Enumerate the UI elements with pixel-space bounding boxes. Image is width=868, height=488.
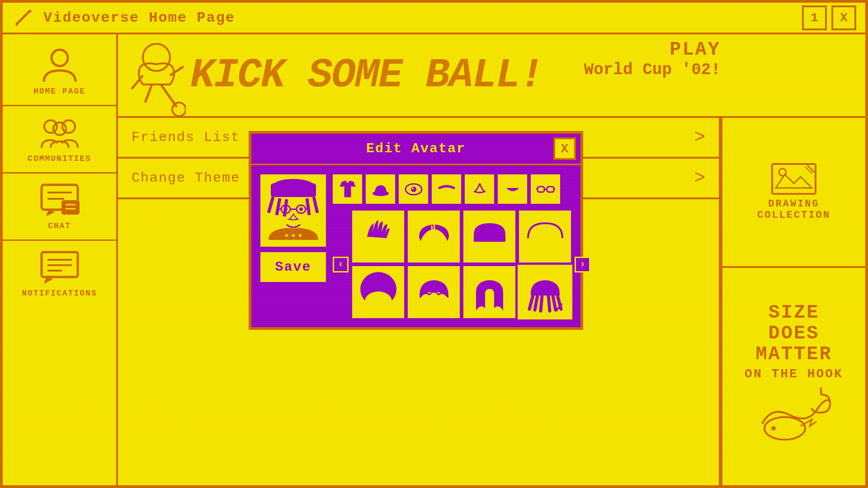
sidebar-item-home-page[interactable]: HOME PAGE (10, 43, 109, 100)
svg-point-50 (299, 239, 302, 242)
category-shirt[interactable] (333, 174, 362, 204)
drawing-icon (771, 163, 816, 195)
avatar-preview (260, 174, 326, 247)
svg-point-45 (285, 234, 288, 237)
size-title: SIZE DOES MATTER (755, 302, 832, 365)
svg-point-3 (52, 50, 68, 66)
hair-item-1[interactable] (352, 211, 404, 263)
close-button[interactable]: X (831, 5, 856, 30)
svg-point-49 (292, 239, 295, 242)
modal-close-button[interactable]: X (553, 137, 576, 160)
svg-rect-63 (474, 238, 505, 242)
size-subtitle: ON THE HOOK (745, 367, 843, 381)
notifications-label: NOTIFICATIONS (22, 289, 97, 298)
svg-rect-32 (271, 183, 316, 197)
category-mouth[interactable] (498, 174, 527, 204)
svg-point-44 (299, 207, 303, 211)
svg-point-43 (284, 207, 288, 211)
top-bar: Videoverse Home Page 1 X (3, 3, 865, 34)
svg-point-6 (53, 122, 66, 135)
home-icon (39, 48, 80, 84)
category-eyebrow[interactable] (432, 174, 461, 204)
svg-line-25 (807, 165, 814, 172)
communities-icon (39, 115, 80, 151)
hair-item-3[interactable] (463, 211, 515, 263)
svg-line-58 (536, 188, 538, 189)
category-eye[interactable] (399, 174, 428, 204)
pencil-icon (12, 6, 34, 29)
category-glasses[interactable] (531, 174, 560, 204)
banner-right: PLAY World Cup '02! (584, 39, 721, 79)
nav-divider-3 (3, 239, 116, 241)
svg-point-54 (412, 188, 414, 189)
svg-rect-56 (547, 187, 554, 192)
svg-line-37 (307, 198, 309, 215)
svg-point-24 (779, 169, 786, 176)
notifications-icon (39, 250, 80, 286)
sidebar-item-chat[interactable]: CHAT (10, 178, 109, 235)
size-image (753, 388, 835, 451)
drawing-collection-label: DRAWING COLLECTION (757, 198, 830, 221)
banner: KICK SOME BALL! PLAY World Cup '02! (118, 34, 865, 118)
hair-item-8[interactable] (519, 266, 571, 318)
svg-line-73 (541, 296, 542, 311)
modal-body: Save (251, 165, 580, 327)
svg-line-42 (306, 208, 309, 209)
svg-point-28 (771, 426, 776, 431)
friends-list-arrow: > (694, 127, 705, 148)
sidebar-item-notifications[interactable]: NOTIFICATIONS (10, 245, 109, 302)
modal-right: ‹ (333, 174, 590, 318)
svg-line-0 (16, 11, 30, 24)
svg-point-48 (285, 239, 288, 242)
banner-title: KICK SOME BALL! (118, 52, 543, 99)
hair-item-2[interactable] (408, 211, 460, 263)
svg-point-47 (299, 234, 302, 237)
svg-line-41 (278, 208, 281, 209)
svg-line-76 (548, 296, 550, 311)
category-nose[interactable] (465, 174, 494, 204)
svg-point-53 (411, 187, 416, 192)
minimize-button[interactable]: 1 (802, 5, 827, 30)
category-hat[interactable] (366, 174, 395, 204)
chat-icon (39, 183, 80, 219)
hair-item-4[interactable] (519, 211, 571, 263)
hair-grid (352, 211, 571, 318)
svg-point-22 (172, 103, 186, 116)
category-icons (333, 174, 590, 204)
sidebar-item-communities[interactable]: COMMUNITIES (10, 111, 109, 168)
svg-line-59 (554, 188, 555, 189)
hair-item-5[interactable] (352, 266, 404, 318)
drawing-collection[interactable]: DRAWING COLLECTION (722, 118, 865, 268)
chat-label: CHAT (48, 221, 71, 230)
nav-divider-2 (3, 172, 116, 174)
svg-point-4 (44, 120, 57, 133)
hair-next-arrow[interactable]: › (575, 257, 590, 272)
svg-line-71 (529, 296, 533, 309)
page-title: Videoverse Home Page (43, 9, 802, 26)
svg-line-26 (805, 167, 812, 174)
modal-title: Edit Avatar (366, 141, 466, 156)
hair-item-7[interactable] (463, 266, 515, 318)
avatar-svg (264, 177, 323, 244)
hair-prev-arrow[interactable]: ‹ (333, 257, 349, 272)
size-does-matter[interactable]: SIZE DOES MATTER ON THE HOOK (722, 268, 865, 485)
svg-rect-23 (772, 164, 816, 194)
home-page-label: HOME PAGE (33, 87, 85, 96)
svg-point-5 (62, 120, 75, 133)
hair-grid-container: ‹ (333, 211, 590, 318)
change-theme-arrow: > (694, 168, 705, 188)
modal-left: Save (260, 174, 326, 318)
svg-rect-10 (62, 201, 79, 214)
modal-header: Edit Avatar X (251, 134, 580, 165)
right-sidebar: DRAWING COLLECTION SIZE DOES MATTER ON T… (721, 118, 865, 485)
play-subtitle: World Cup '02! (584, 61, 721, 79)
communities-label: COMMUNITIES (28, 154, 91, 163)
svg-point-67 (365, 291, 392, 311)
hair-item-6[interactable] (408, 266, 460, 318)
play-label: PLAY (584, 39, 721, 61)
svg-point-46 (292, 234, 295, 237)
nav-divider-1 (3, 105, 116, 106)
window-controls: 1 X (802, 5, 856, 30)
left-sidebar: HOME PAGE COMMUNITIES (3, 34, 118, 485)
save-button[interactable]: Save (260, 252, 326, 282)
